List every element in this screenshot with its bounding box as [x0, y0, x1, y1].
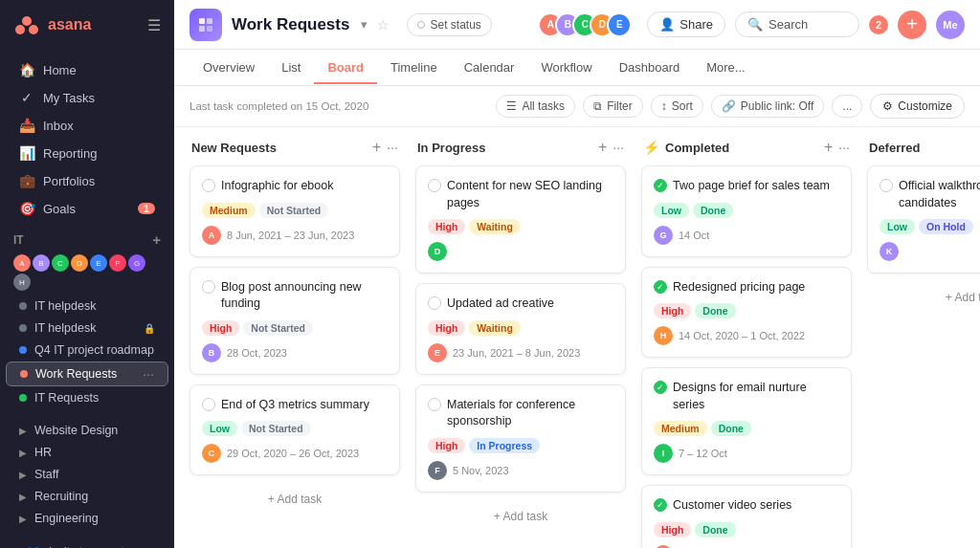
project-more-icon[interactable]: ··· [143, 366, 154, 382]
group-hr[interactable]: ▶ HR [6, 442, 168, 463]
team-avatar: H [13, 274, 31, 291]
tab-list[interactable]: List [268, 53, 314, 84]
sort-button[interactable]: ↕ Sort [651, 95, 703, 118]
sidebar-item-inbox[interactable]: 📥 Inbox [6, 112, 168, 139]
check-icon[interactable] [202, 398, 215, 411]
check-icon[interactable] [428, 179, 441, 192]
it-team-header[interactable]: IT + [0, 227, 174, 252]
card-date: 7 – 12 Oct [679, 448, 727, 459]
card-header: Content for new SEO landing pages [428, 178, 613, 211]
column-add-icon[interactable]: + [824, 139, 833, 156]
check-icon[interactable] [428, 398, 441, 411]
customize-button[interactable]: ⚙ Customize [870, 94, 965, 119]
column-add-icon[interactable]: + [598, 139, 607, 156]
column-title: Completed [665, 141, 818, 155]
check-icon[interactable] [880, 179, 893, 192]
add-task-button[interactable]: + Add task [189, 485, 400, 514]
check-icon[interactable] [428, 296, 441, 310]
done-check-icon[interactable]: ✓ [654, 498, 667, 512]
user-avatar[interactable]: Me [936, 11, 965, 39]
card[interactable]: Official walkthrough for candidatesLowOn… [867, 165, 980, 274]
card-title: Blog post announcing new funding [221, 279, 388, 313]
card[interactable]: ✓Redesigned pricing pageHighDoneH14 Oct,… [641, 267, 852, 359]
goals-badge: 1 [138, 203, 155, 214]
sort-icon: ↕ [661, 99, 667, 113]
project-item-it-helpdesk-2[interactable]: IT helpdesk 🔒 [6, 318, 168, 339]
public-link-label: Public link: Off [741, 99, 813, 113]
project-item-it-helpdesk-1[interactable]: IT helpdesk [6, 296, 168, 317]
public-link-button[interactable]: 🔗 Public link: Off [711, 95, 824, 118]
column-title: New Requests [191, 141, 367, 155]
tab-board[interactable]: Board [314, 53, 377, 84]
column-deferred: Deferred+···Official walkthrough for can… [867, 139, 980, 312]
card[interactable]: Infographic for ebookMediumNot StartedA8… [189, 165, 400, 257]
sidebar-item-my-tasks[interactable]: ✓ My Tasks [6, 84, 168, 111]
done-check-icon[interactable]: ✓ [654, 381, 667, 394]
hamburger-icon[interactable]: ☰ [147, 16, 161, 34]
add-task-button[interactable]: + Add task [867, 283, 980, 312]
check-icon[interactable] [202, 179, 215, 192]
sidebar-item-home[interactable]: 🏠 Home [6, 56, 168, 83]
card[interactable]: End of Q3 metrics summaryLowNot StartedC… [189, 384, 400, 476]
group-recruiting[interactable]: ▶ Recruiting [6, 486, 168, 507]
share-button[interactable]: 👤 Share [647, 11, 725, 37]
project-item-work-requests[interactable]: Work Requests ··· [6, 362, 168, 386]
group-staff[interactable]: ▶ Staff [6, 464, 168, 485]
done-check-icon[interactable]: ✓ [654, 280, 667, 294]
group-engineering[interactable]: ▶ Engineering [6, 508, 168, 529]
tab-more[interactable]: More... [693, 53, 758, 84]
card[interactable]: Materials for conference sponsorshipHigh… [415, 384, 626, 493]
project-name: IT helpdesk [34, 321, 136, 335]
more-options-button[interactable]: ... [832, 95, 862, 118]
group-website-design[interactable]: ▶ Website Design [6, 420, 168, 441]
star-icon[interactable]: ☆ [377, 17, 390, 33]
filter-button[interactable]: ⧉ Filter [583, 95, 643, 118]
tab-timeline[interactable]: Timeline [377, 53, 451, 84]
portfolios-icon: 💼 [19, 173, 34, 188]
project-title: Work Requests [232, 15, 349, 34]
card[interactable]: ✓Two page brief for sales teamLowDoneG14… [641, 165, 852, 257]
project-item-q4-it[interactable]: Q4 IT project roadmap [6, 340, 168, 361]
card[interactable]: ✓Designs for email nurture seriesMediumD… [641, 367, 852, 475]
add-project-icon[interactable]: + [152, 231, 161, 248]
card-title: Content for new SEO landing pages [447, 178, 613, 211]
goals-icon: 🎯 [19, 201, 34, 216]
project-item-it-requests[interactable]: IT Requests [6, 387, 168, 408]
sidebar-item-portfolios[interactable]: 💼 Portfolios [6, 167, 168, 194]
card-header: ✓Customer video series [654, 497, 839, 515]
sidebar-header: asana ☰ [0, 0, 174, 50]
column-more-icon[interactable]: ··· [838, 140, 850, 155]
column-more-icon[interactable]: ··· [612, 140, 624, 155]
column-completed: ⚡Completed+···✓Two page brief for sales … [641, 139, 852, 548]
column-header: Deferred+··· [867, 139, 980, 156]
tag-high: High [202, 320, 239, 336]
done-check-icon[interactable]: ✓ [654, 179, 667, 192]
card[interactable]: Content for new SEO landing pagesHighWai… [415, 165, 626, 274]
card-footer: I7 – 12 Oct [654, 444, 839, 463]
project-dot [19, 324, 27, 332]
card[interactable]: ✓Customer video seriesHighDoneJ [641, 485, 852, 548]
column-title: Deferred [869, 141, 980, 155]
sidebar-item-reporting[interactable]: 📊 Reporting [6, 140, 168, 166]
set-status-button[interactable]: Set status [407, 13, 491, 36]
tab-dashboard[interactable]: Dashboard [606, 53, 694, 84]
column-header: ⚡Completed+··· [641, 139, 852, 156]
column-add-icon[interactable]: + [372, 139, 381, 156]
check-icon[interactable] [202, 280, 215, 294]
notification-badge[interactable]: 2 [869, 15, 888, 34]
card[interactable]: Updated ad creativeHighWaitingE23 Jun, 2… [415, 283, 626, 375]
card[interactable]: Blog post announcing new fundingHighNot … [189, 267, 400, 375]
all-tasks-button[interactable]: ☰ All tasks [496, 95, 575, 118]
card-footer: C29 Oct, 2020 – 26 Oct, 2023 [202, 444, 388, 463]
column-more-icon[interactable]: ··· [387, 140, 398, 155]
tab-overview[interactable]: Overview [189, 53, 268, 84]
sidebar-invite-teammates[interactable]: 👥 Invite teammates [11, 538, 163, 548]
add-button[interactable]: + [898, 11, 926, 39]
add-task-button[interactable]: + Add task [415, 502, 626, 531]
bolt-icon: ⚡ [643, 140, 659, 155]
tab-calendar[interactable]: Calendar [451, 53, 528, 84]
tab-workflow[interactable]: Workflow [527, 53, 605, 84]
search-box[interactable]: 🔍 Search [735, 11, 859, 37]
sidebar-item-goals[interactable]: 🎯 Goals 1 [6, 195, 168, 222]
title-chevron-icon[interactable]: ▾ [361, 17, 368, 32]
